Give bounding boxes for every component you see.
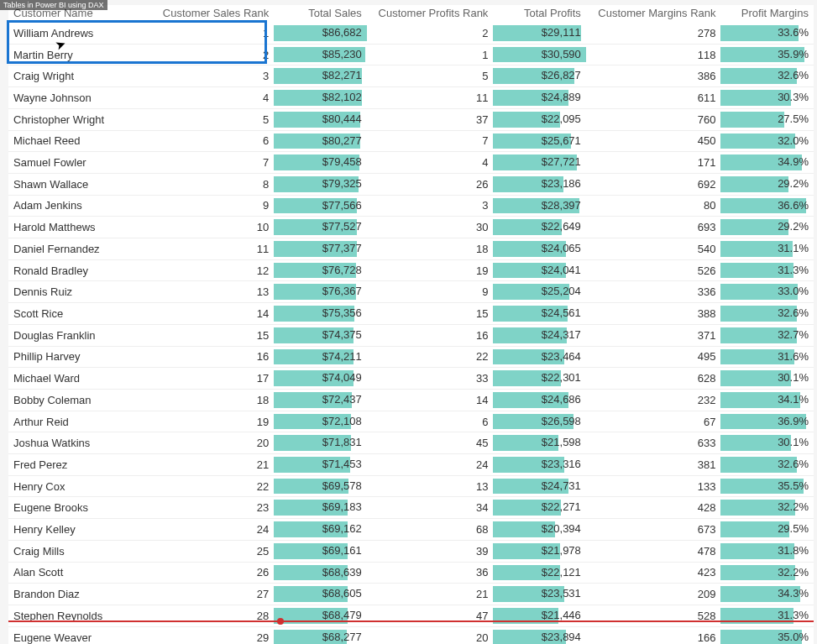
col-margins_rank[interactable]: Customer Margins Rank: [586, 5, 721, 23]
bar-value: $28,397: [493, 196, 585, 217]
cell-margins-rank: 423: [586, 562, 721, 584]
bar-value: 32.6%: [720, 454, 814, 475]
table-row[interactable]: Michael Ward17$74,04933$22,30162830.1%: [8, 368, 814, 390]
cell-margins-rank: 67: [586, 411, 721, 432]
col-sales[interactable]: Total Sales: [274, 5, 366, 23]
cell-profits-rank: 36: [367, 562, 494, 584]
cell-sales: $77,566: [274, 195, 366, 217]
cell-sales-rank: 3: [156, 65, 275, 87]
table-row[interactable]: Daniel Fernandez11$77,37718$24,06554031.…: [8, 238, 814, 260]
cell-sales-rank: 12: [156, 259, 275, 281]
table-row[interactable]: Christopher Wright5$80,44437$22,09576027…: [8, 108, 814, 130]
cell-profits: $29,111: [493, 23, 585, 44]
table-row[interactable]: Dennis Ruiz13$76,3679$25,20433633.0%: [8, 281, 814, 303]
table-row[interactable]: Stephen Reynolds28$68,47947$21,44652831.…: [8, 605, 814, 626]
col-margin[interactable]: Profit Margins: [720, 5, 814, 23]
bar-value: $69,161: [274, 541, 366, 562]
cell-margins-rank: 628: [586, 368, 721, 390]
cell-sales-rank: 8: [156, 173, 275, 195]
table-row[interactable]: Eugene Weaver29$68,27720$23,89416635.0%: [8, 626, 814, 644]
table-row[interactable]: William Andrews1$86,6822$29,11127833.6%: [8, 23, 814, 44]
bar-value: 27.5%: [720, 109, 814, 130]
cell-profits: $20,394: [493, 519, 585, 541]
cell-sales-rank: 26: [156, 562, 275, 584]
table-row[interactable]: Brandon Diaz27$68,60521$23,53120934.3%: [8, 584, 814, 605]
cell-profits-rank: 34: [367, 497, 494, 519]
cell-sales-rank: 6: [156, 130, 275, 152]
cell-profits-rank: 68: [367, 519, 494, 541]
bar-value: 33.0%: [720, 281, 814, 302]
bar-value: $82,102: [274, 87, 366, 108]
table-row[interactable]: Martin Berry2$85,2301$30,59011835.9%: [8, 44, 814, 65]
bar-value: $79,325: [274, 174, 366, 195]
table-row[interactable]: Scott Rice14$75,35615$24,56138832.6%: [8, 303, 814, 325]
cell-profits: $21,978: [493, 540, 585, 562]
cell-sales-rank: 14: [156, 303, 275, 325]
table-row[interactable]: Alan Scott26$68,63936$22,12142332.2%: [8, 562, 814, 584]
cell-margins-rank: 80: [586, 195, 721, 217]
table-row[interactable]: Craig Mills25$69,16139$21,97847831.8%: [8, 540, 814, 562]
table-row[interactable]: Ronald Bradley12$76,72819$24,04152631.3%: [8, 259, 814, 281]
col-sales_rank[interactable]: Customer Sales Rank: [156, 5, 275, 23]
cell-sales-rank: 16: [156, 346, 275, 368]
table-row[interactable]: Craig Wright3$82,2715$26,82738632.6%: [8, 65, 814, 87]
cell-margin: 29.2%: [720, 173, 814, 195]
cell-profits-rank: 6: [367, 411, 494, 432]
cell-margin: 32.0%: [720, 130, 814, 152]
table-row[interactable]: Arthur Reid19$72,1086$26,5986736.9%: [8, 411, 814, 432]
col-profits_rank[interactable]: Customer Profits Rank: [367, 5, 494, 23]
video-progress-knob[interactable]: [277, 618, 284, 625]
cell-profits-rank: 33: [367, 368, 494, 390]
cell-sales: $74,375: [274, 324, 366, 346]
bar-value: $68,479: [274, 605, 366, 626]
bar-value: $80,277: [274, 131, 366, 152]
table-row[interactable]: Eugene Brooks23$69,18334$22,27142832.2%: [8, 497, 814, 519]
cell-profits-rank: 5: [367, 65, 494, 87]
table-row[interactable]: Phillip Harvey16$74,21122$23,46449531.6%: [8, 346, 814, 368]
table-row[interactable]: Henry Kelley24$69,16268$20,39467329.5%: [8, 519, 814, 541]
cell-sales-rank: 15: [156, 324, 275, 346]
cell-margin: 33.6%: [720, 23, 814, 44]
table-row[interactable]: Fred Perez21$71,45324$23,31638132.6%: [8, 454, 814, 476]
cell-profits: $22,301: [493, 368, 585, 390]
customer-table: Customer NameCustomer Sales RankTotal Sa…: [8, 5, 814, 644]
bar-value: $24,686: [493, 390, 585, 411]
bar-value: 32.2%: [720, 497, 814, 518]
table-row[interactable]: Henry Cox22$69,57813$24,73113335.5%: [8, 475, 814, 497]
table-row[interactable]: Michael Reed6$80,2777$25,67145032.0%: [8, 130, 814, 152]
bar-value: $30,590: [493, 45, 585, 65]
table-row[interactable]: Joshua Watkins20$71,83145$21,59863330.1%: [8, 432, 814, 454]
table-row[interactable]: Adam Jenkins9$77,5663$28,3978036.6%: [8, 195, 814, 217]
bar-value: $21,978: [493, 541, 585, 562]
cell-sales-rank: 21: [156, 454, 275, 476]
cell-sales-rank: 28: [156, 605, 275, 626]
col-profits[interactable]: Total Profits: [493, 5, 585, 23]
bar-value: 34.9%: [720, 152, 814, 173]
cell-name: Christopher Wright: [8, 108, 156, 130]
bar-value: $21,598: [493, 432, 585, 453]
cell-margins-rank: 209: [586, 584, 721, 605]
cell-sales: $80,277: [274, 130, 366, 152]
cell-profits: $23,316: [493, 454, 585, 476]
table-row[interactable]: Samuel Fowler7$79,4584$27,72117134.9%: [8, 152, 814, 174]
bar-value: $74,375: [274, 325, 366, 346]
cell-sales: $82,102: [274, 87, 366, 109]
table-row[interactable]: Wayne Johnson4$82,10211$24,88961130.3%: [8, 87, 814, 109]
table-row[interactable]: Bobby Coleman18$72,43714$24,68623234.1%: [8, 389, 814, 411]
bar-value: $25,671: [493, 131, 585, 152]
cell-margins-rank: 336: [586, 281, 721, 303]
cell-margin: 29.5%: [720, 519, 814, 541]
cell-name: Phillip Harvey: [8, 346, 156, 368]
table-row[interactable]: Shawn Wallace8$79,32526$23,18669229.2%: [8, 173, 814, 195]
table-row[interactable]: Douglas Franklin15$74,37516$24,31737132.…: [8, 324, 814, 346]
cell-sales-rank: 13: [156, 281, 275, 303]
bar-value: 32.2%: [720, 563, 814, 584]
cell-sales-rank: 23: [156, 497, 275, 519]
cell-name: Douglas Franklin: [8, 324, 156, 346]
cell-profits: $24,686: [493, 389, 585, 411]
table-row[interactable]: Harold Matthews10$77,52730$22,64969329.2…: [8, 217, 814, 238]
cell-sales: $79,458: [274, 152, 366, 174]
cell-profits-rank: 7: [367, 130, 494, 152]
cell-profits-rank: 3: [367, 195, 494, 217]
video-progress-bar[interactable]: [8, 620, 814, 622]
